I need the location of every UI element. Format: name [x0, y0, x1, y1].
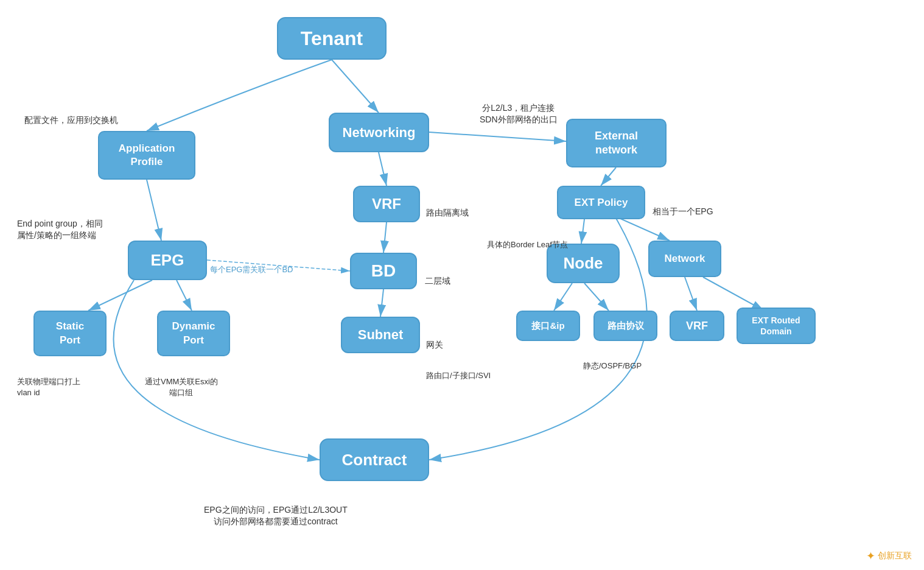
node-interface-ip: 接口&ip	[516, 311, 580, 341]
svg-line-16	[88, 280, 152, 311]
svg-line-7	[601, 167, 616, 186]
svg-line-5	[383, 222, 387, 253]
label-contract-desc: EPG之间的访问，EPG通过L2/L3OUT 访问外部网络都需要通过contra…	[204, 492, 348, 528]
svg-line-8	[581, 219, 584, 244]
watermark: ✦ 创新互联	[866, 549, 912, 563]
arrows-svg	[0, 0, 924, 570]
label-vrf-desc: 路由隔离域	[426, 195, 469, 219]
node-routing-protocol: 路由协议	[593, 311, 657, 341]
node-vrf-right: VRF	[670, 311, 724, 341]
node-contract: Contract	[320, 438, 429, 481]
label-dynamic-port-desc: 通过VMM关联Esxi的 端口组	[145, 365, 218, 399]
svg-line-12	[685, 277, 697, 311]
label-route-types: 路由口/子接口/SVI	[426, 359, 491, 381]
node-network: Network	[648, 241, 721, 277]
label-ap-desc: 配置文件，应用到交换机	[24, 102, 118, 126]
svg-line-10	[554, 283, 572, 311]
svg-line-4	[379, 152, 387, 186]
svg-line-6	[380, 289, 383, 317]
svg-line-9	[615, 216, 670, 241]
node-ext-policy: EXT Policy	[557, 186, 645, 219]
watermark-icon: ✦	[866, 549, 875, 563]
label-epg-desc: End point group，相同 属性/策略的一组终端	[17, 206, 103, 242]
label-routing-protocol-desc: 静态/OSPF/BGP	[583, 350, 642, 371]
label-ext-network-desc: 分L2/L3，租户连接 SDN外部网络的出口	[480, 90, 558, 126]
svg-line-3	[429, 132, 566, 141]
node-bd: BD	[350, 253, 417, 289]
label-epg-to-bd: 每个EPG需关联一个BD	[210, 253, 293, 275]
label-static-port-desc: 关联物理端口打上 vlan id	[17, 365, 80, 399]
label-ext-policy-desc: 相当于一个EPG	[653, 194, 713, 217]
node-networking: Networking	[329, 113, 429, 152]
svg-line-2	[332, 60, 379, 113]
node-ext-routed-domain: EXT Routed Domain	[737, 308, 816, 344]
svg-line-11	[584, 283, 609, 311]
node-application-profile: Application Profile	[98, 131, 195, 180]
label-node-desc: 具体的Border Leaf节点	[487, 228, 568, 250]
node-vrf-left: VRF	[353, 186, 420, 222]
node-epg: EPG	[128, 241, 207, 280]
node-static-port: Static Port	[33, 311, 107, 356]
svg-line-13	[703, 277, 764, 311]
svg-line-14	[147, 180, 161, 241]
node-subnet: Subnet	[341, 317, 420, 353]
label-subnet-desc: 网关	[426, 327, 443, 351]
svg-line-17	[177, 280, 192, 311]
label-bd-desc: 二层域	[425, 263, 450, 287]
node-dynamic-port: Dynamic Port	[157, 311, 230, 356]
node-tenant: Tenant	[277, 17, 387, 60]
diagram-container: Tenant Application Profile Networking Ex…	[0, 0, 924, 570]
node-external-network: External network	[566, 119, 667, 167]
